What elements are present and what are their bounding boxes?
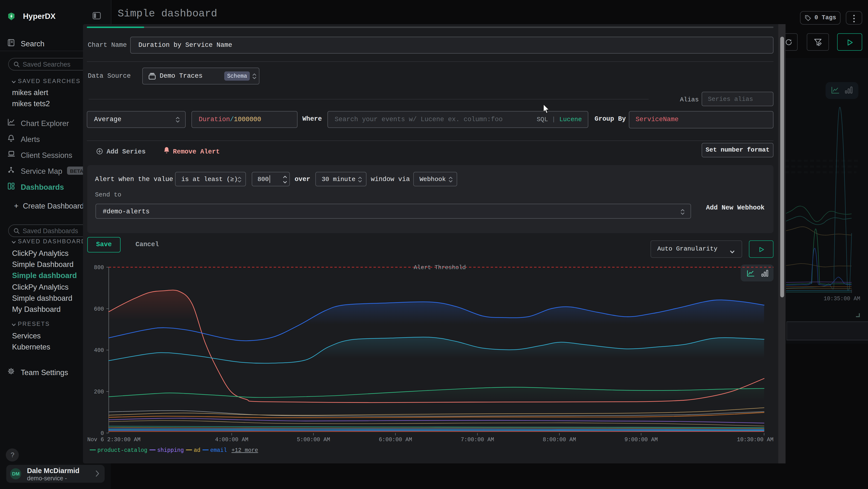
svg-text:+12 more: +12 more xyxy=(231,447,258,454)
svg-text:7:00:00 AM: 7:00:00 AM xyxy=(461,437,494,443)
svg-text:8:00:00 AM: 8:00:00 AM xyxy=(543,437,576,443)
svg-text:0: 0 xyxy=(100,430,104,437)
svg-text:ad: ad xyxy=(194,447,200,454)
svg-text:800: 800 xyxy=(94,264,104,271)
svg-text:10:30:00 AM: 10:30:00 AM xyxy=(737,437,774,443)
svg-text:email: email xyxy=(210,447,227,454)
svg-text:200: 200 xyxy=(94,389,104,395)
svg-text:400: 400 xyxy=(94,347,104,353)
svg-text:5:00:00 AM: 5:00:00 AM xyxy=(297,437,330,443)
svg-text:6:00:00 AM: 6:00:00 AM xyxy=(379,437,412,443)
svg-text:9:00:00 AM: 9:00:00 AM xyxy=(624,437,658,443)
svg-text:Nov 6 2:30:00 AM: Nov 6 2:30:00 AM xyxy=(87,437,141,443)
svg-text:product-catalog: product-catalog xyxy=(97,447,147,454)
svg-text:shipping: shipping xyxy=(157,447,184,454)
svg-text:4:00:00 AM: 4:00:00 AM xyxy=(215,437,248,443)
svg-text:600: 600 xyxy=(94,306,104,312)
svg-text:Alert Threshold: Alert Threshold xyxy=(414,264,466,271)
